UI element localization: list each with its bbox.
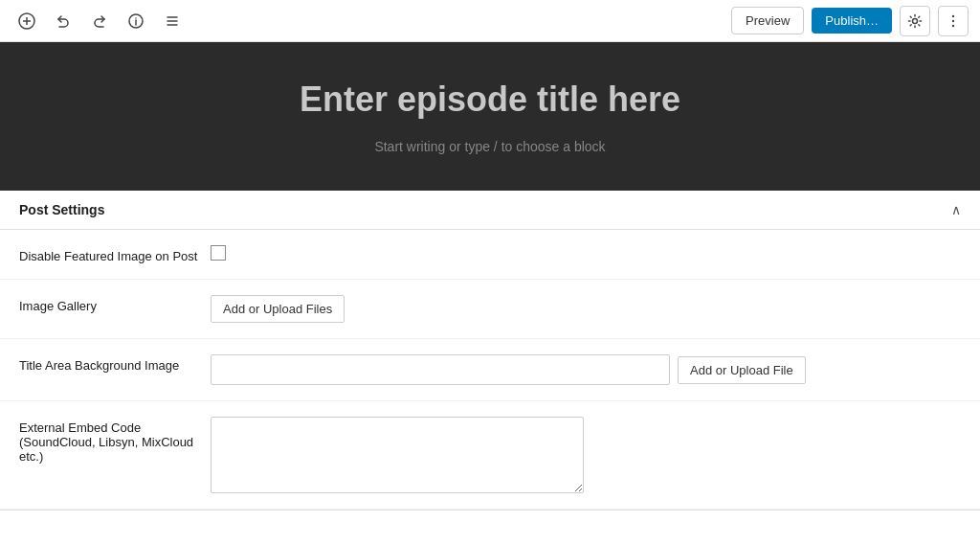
chevron-up-icon: ∧ <box>951 202 961 217</box>
external-embed-control <box>211 417 961 493</box>
title-bg-image-row: Title Area Background Image Add or Uploa… <box>0 339 980 401</box>
redo-button[interactable] <box>84 6 115 36</box>
svg-point-9 <box>913 18 918 23</box>
disable-featured-image-row: Disable Featured Image on Post <box>0 230 980 280</box>
disable-featured-image-checkbox[interactable] <box>211 245 226 261</box>
undo-button[interactable] <box>48 6 78 36</box>
title-bg-image-label: Title Area Background Image <box>19 354 211 373</box>
external-embed-row: External Embed Code (SoundCloud, Libsyn,… <box>0 401 980 510</box>
add-upload-files-button[interactable]: Add or Upload Files <box>211 295 345 323</box>
svg-point-5 <box>135 17 137 19</box>
title-bg-image-control: Add or Upload File <box>211 354 961 385</box>
svg-point-12 <box>952 24 954 26</box>
editor-header: Enter episode title here Start writing o… <box>0 42 980 191</box>
image-gallery-label: Image Gallery <box>19 295 211 313</box>
settings-button[interactable] <box>900 6 930 36</box>
toolbar-right: Preview Publish… <box>731 6 969 36</box>
editor-hint: Start writing or type / to choose a bloc… <box>374 139 605 154</box>
external-embed-label: External Embed Code (SoundCloud, Libsyn,… <box>19 417 211 464</box>
add-block-button[interactable] <box>11 6 42 36</box>
toolbar-left <box>11 6 188 36</box>
toolbar: Preview Publish… <box>0 0 980 42</box>
info-button[interactable] <box>121 6 151 36</box>
external-embed-textarea[interactable] <box>211 417 584 493</box>
episode-title-placeholder[interactable]: Enter episode title here <box>300 79 680 120</box>
image-gallery-row: Image Gallery Add or Upload Files <box>0 280 980 339</box>
svg-point-10 <box>952 14 954 16</box>
post-settings-panel: Post Settings ∧ Disable Featured Image o… <box>0 191 980 511</box>
publish-button[interactable]: Publish… <box>812 8 892 34</box>
more-options-button[interactable] <box>938 6 969 36</box>
add-upload-file-button[interactable]: Add or Upload File <box>678 356 806 384</box>
disable-featured-image-label: Disable Featured Image on Post <box>19 245 211 263</box>
disable-featured-image-control <box>211 245 961 261</box>
svg-point-11 <box>952 19 954 21</box>
list-view-button[interactable] <box>157 6 188 36</box>
title-bg-image-input[interactable] <box>211 354 670 385</box>
post-settings-header[interactable]: Post Settings ∧ <box>0 191 980 230</box>
preview-button[interactable]: Preview <box>731 7 804 34</box>
image-gallery-control: Add or Upload Files <box>211 295 961 323</box>
post-settings-title: Post Settings <box>19 202 104 217</box>
